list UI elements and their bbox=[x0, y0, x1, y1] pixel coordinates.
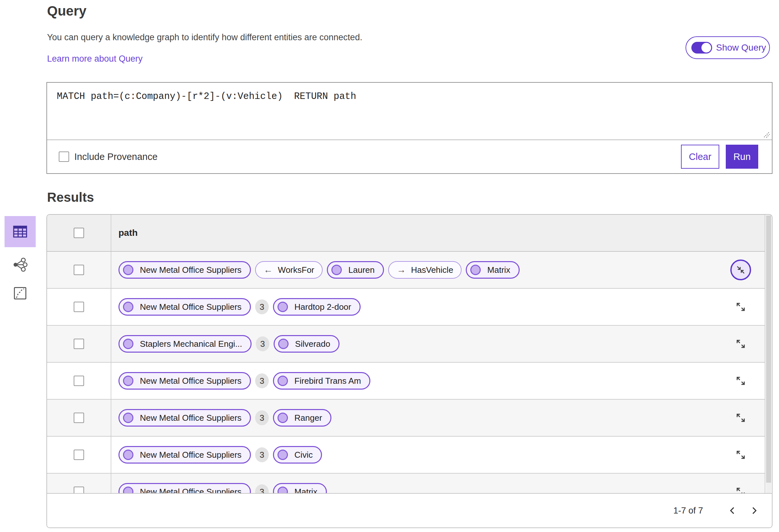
node-pill[interactable]: Staplers Mechanical Engi... bbox=[118, 335, 251, 353]
next-page-button[interactable] bbox=[743, 500, 765, 521]
show-query-label: Show Query bbox=[716, 43, 766, 53]
collapse-row-button[interactable] bbox=[730, 260, 751, 280]
vertical-scrollbar[interactable] bbox=[766, 215, 771, 494]
row-checkbox-cell bbox=[47, 474, 111, 494]
arrow-left-icon: ← bbox=[263, 265, 273, 275]
node-circle-icon bbox=[123, 450, 133, 460]
resize-handle-icon[interactable] bbox=[762, 129, 770, 139]
graph-icon bbox=[12, 257, 28, 272]
node-pill[interactable]: Firebird Trans Am bbox=[273, 372, 370, 390]
scrollbar-thumb[interactable] bbox=[766, 215, 771, 483]
expand-row-button[interactable] bbox=[735, 375, 746, 387]
node-pill[interactable]: New Metal Office Suppliers bbox=[118, 409, 251, 426]
node-label: Matrix bbox=[487, 265, 510, 275]
node-label: Ranger bbox=[294, 413, 322, 423]
node-label: Staplers Mechanical Engi... bbox=[140, 339, 242, 349]
view-switcher-table[interactable] bbox=[5, 216, 36, 247]
arrow-right-icon: → bbox=[397, 265, 406, 275]
table-row: New Metal Office Suppliers3Hardtop 2-doo… bbox=[47, 289, 765, 326]
table-row: New Metal Office Suppliers3Matrix bbox=[47, 474, 765, 494]
expand-row-button[interactable] bbox=[735, 412, 746, 424]
edge-label: WorksFor bbox=[278, 265, 314, 275]
path-column-header: path bbox=[118, 228, 138, 238]
query-input[interactable]: MATCH path=(c:Company)-[r*2]-(v:Vehicle)… bbox=[47, 83, 772, 139]
pagination-range-label: 1-7 of 7 bbox=[673, 506, 703, 516]
results-viewport: path New Metal Office Suppliers←WorksFor… bbox=[47, 215, 765, 494]
node-circle-icon bbox=[123, 302, 133, 312]
table-row: New Metal Office Suppliers3Ranger bbox=[47, 400, 765, 437]
results-panel: path New Metal Office Suppliers←WorksFor… bbox=[46, 214, 773, 528]
node-pill[interactable]: New Metal Office Suppliers bbox=[118, 483, 251, 494]
node-label: Silverado bbox=[295, 339, 330, 349]
clear-button[interactable]: Clear bbox=[681, 145, 719, 169]
page-title: Query bbox=[47, 3, 86, 19]
header-path-cell: path bbox=[111, 215, 765, 251]
row-path-cell: New Metal Office Suppliers3Matrix bbox=[111, 474, 765, 494]
expand-icon bbox=[735, 338, 746, 350]
edge-pill[interactable]: →HasVehicle bbox=[388, 261, 462, 279]
hop-count-badge: 3 bbox=[255, 447, 269, 462]
query-page: Query You can query a knowledge graph to… bbox=[0, 0, 779, 532]
hop-count-badge: 3 bbox=[255, 300, 269, 314]
node-pill[interactable]: Civic bbox=[273, 446, 322, 464]
node-circle-icon bbox=[278, 413, 288, 423]
node-pill[interactable]: Matrix bbox=[273, 483, 327, 494]
expand-row-button[interactable] bbox=[735, 449, 746, 461]
row-checkbox[interactable] bbox=[74, 339, 84, 349]
select-all-checkbox[interactable] bbox=[74, 228, 84, 238]
expand-icon bbox=[735, 301, 746, 313]
query-editor-footer: Include Provenance Clear Run bbox=[47, 139, 772, 173]
expand-row-button[interactable] bbox=[735, 301, 746, 313]
node-pill[interactable]: New Metal Office Suppliers bbox=[118, 446, 251, 464]
run-button[interactable]: Run bbox=[726, 145, 758, 169]
node-circle-icon bbox=[123, 265, 133, 275]
row-checkbox[interactable] bbox=[74, 265, 84, 275]
node-circle-icon bbox=[470, 265, 481, 275]
node-pill[interactable]: Matrix bbox=[466, 261, 520, 279]
expand-row-button[interactable] bbox=[735, 338, 746, 350]
toggle-switch-icon[interactable] bbox=[692, 42, 712, 54]
row-checkbox[interactable] bbox=[74, 450, 84, 460]
view-switcher-graph[interactable] bbox=[5, 253, 36, 276]
node-circle-icon bbox=[123, 339, 133, 349]
row-checkbox[interactable] bbox=[74, 376, 84, 386]
learn-more-link[interactable]: Learn more about Query bbox=[47, 54, 142, 64]
node-pill[interactable]: Silverado bbox=[274, 335, 340, 353]
node-circle-icon bbox=[123, 413, 133, 423]
expand-icon bbox=[735, 412, 746, 424]
row-path-cell: New Metal Office Suppliers3Ranger bbox=[111, 400, 765, 436]
expand-icon bbox=[735, 449, 746, 461]
row-checkbox-cell bbox=[47, 400, 111, 436]
node-label: New Metal Office Suppliers bbox=[140, 413, 241, 423]
edge-pill[interactable]: ←WorksFor bbox=[255, 261, 323, 279]
node-pill[interactable]: Lauren bbox=[327, 261, 384, 279]
node-pill[interactable]: Hardtop 2-door bbox=[273, 298, 361, 316]
pagination-footer: 1-7 of 7 bbox=[47, 493, 772, 527]
row-path-cell: New Metal Office Suppliers←WorksForLaure… bbox=[111, 252, 765, 288]
row-checkbox-cell bbox=[47, 326, 111, 362]
node-pill[interactable]: New Metal Office Suppliers bbox=[118, 372, 251, 390]
node-pill[interactable]: Ranger bbox=[273, 409, 332, 426]
node-label: New Metal Office Suppliers bbox=[140, 265, 241, 275]
node-pill[interactable]: New Metal Office Suppliers bbox=[118, 261, 251, 279]
table-row: New Metal Office Suppliers←WorksForLaure… bbox=[47, 252, 765, 289]
view-switcher-map[interactable] bbox=[5, 281, 36, 305]
node-label: New Metal Office Suppliers bbox=[140, 376, 241, 386]
node-pill[interactable]: New Metal Office Suppliers bbox=[118, 298, 251, 316]
include-provenance-checkbox[interactable] bbox=[59, 151, 69, 162]
node-circle-icon bbox=[278, 302, 288, 312]
edge-label: HasVehicle bbox=[411, 265, 453, 275]
node-label: New Metal Office Suppliers bbox=[140, 302, 241, 312]
row-checkbox[interactable] bbox=[74, 302, 84, 312]
row-checkbox-cell bbox=[47, 437, 111, 473]
node-circle-icon bbox=[278, 376, 288, 386]
show-query-toggle[interactable]: Show Query bbox=[685, 36, 770, 59]
hop-count-badge: 3 bbox=[255, 374, 269, 388]
node-label: Firebird Trans Am bbox=[294, 376, 361, 386]
row-checkbox[interactable] bbox=[74, 413, 84, 423]
collapse-icon bbox=[735, 264, 746, 275]
previous-page-button[interactable] bbox=[722, 500, 743, 521]
node-label: New Metal Office Suppliers bbox=[140, 450, 241, 460]
row-checkbox-cell bbox=[47, 252, 111, 288]
expand-icon bbox=[735, 375, 746, 387]
